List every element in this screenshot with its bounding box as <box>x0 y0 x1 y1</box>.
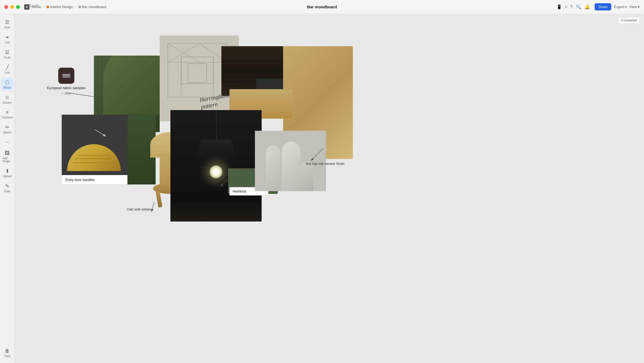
sidebar-item-board[interactable]: ⬡ Board <box>1 77 13 91</box>
project-dot <box>46 6 49 8</box>
fabric-subtitle: 3 cards <box>61 92 71 95</box>
svg-rect-6 <box>188 64 207 82</box>
close-button[interactable] <box>4 5 8 9</box>
page-dot <box>78 6 81 8</box>
oak-table-label: Oak side tables <box>127 207 151 211</box>
vases-image[interactable] <box>255 131 326 191</box>
page-title: Bar moodboard <box>307 5 337 9</box>
titlebar-icons: 📱 0 ? 🔍 🔔 <box>557 4 590 9</box>
view-button[interactable]: View ▾ <box>630 5 640 9</box>
sidebar-item-line[interactable]: ╱ Line <box>1 62 13 76</box>
add-image-icon: 🖼 <box>5 150 10 156</box>
unsorted-badge[interactable]: 0 Unsorted <box>618 17 640 24</box>
search-icon[interactable]: 🔍 <box>576 4 581 9</box>
svg-rect-5 <box>181 57 213 84</box>
fabric-icon <box>58 68 74 84</box>
help-icon[interactable]: ? <box>570 5 573 9</box>
minimize-button[interactable] <box>10 5 14 9</box>
sidebar-item-todo[interactable]: ☱ To-do <box>1 47 13 61</box>
window-controls <box>4 5 20 9</box>
export-chevron-icon: ▾ <box>625 5 627 9</box>
trash-icon: 🗑 <box>5 348 10 354</box>
draw-icon: ✎ <box>5 183 9 189</box>
sidebar-item-trash[interactable]: 🗑 Trash <box>1 346 13 360</box>
board-icon: ⬡ <box>5 79 9 85</box>
column-icon: ⁞⁞ <box>6 95 9 100</box>
export-button[interactable]: Export ▾ <box>614 5 627 9</box>
app-icon: X <box>24 4 30 10</box>
handles-label[interactable]: Entry door handles <box>62 175 133 184</box>
moodboard: European fabric samples 3 cards <box>15 14 644 363</box>
more-icon: ··· <box>5 139 9 145</box>
sidebar-item-sketch[interactable]: ✏ Sketch <box>1 122 13 136</box>
view-chevron-icon: ▾ <box>638 5 640 9</box>
sidebar-item-comment[interactable]: ≡ Comment <box>1 107 13 121</box>
comment-icon: ≡ <box>6 110 9 115</box>
sidebar-item-add-image[interactable]: 🖼 Add Image <box>1 148 13 165</box>
fabric-title: European fabric samples <box>47 86 86 90</box>
link-icon: ⚭ <box>5 34 9 40</box>
sidebar-item-upload[interactable]: ⬆ Upload <box>1 166 13 180</box>
sidebar: ☰ Note ⚭ Link ☱ To-do ╱ Line ⬡ Board ⁞⁞ … <box>0 14 15 363</box>
line-icon: ╱ <box>6 64 9 70</box>
upload-icon: ⬆ <box>5 168 9 174</box>
herringbone-svg <box>165 41 229 100</box>
sidebar-item-draw[interactable]: ✎ Draw <box>1 181 13 195</box>
sidebar-item-link[interactable]: ⚭ Link <box>1 32 13 46</box>
bar-top-label: Bar top oak veneer finish <box>306 162 345 166</box>
titlebar: X Home › Interior Design › Bar moodboard… <box>0 0 644 14</box>
sidebar-item-column[interactable]: ⁞⁞ Column <box>1 92 13 106</box>
bell-icon[interactable]: 🔔 <box>584 4 590 9</box>
share-button[interactable]: Share <box>595 3 612 10</box>
breadcrumb-page[interactable]: Bar moodboard <box>78 5 106 9</box>
titlebar-actions: 📱 0 ? 🔍 🔔 Share Export ▾ View ▾ <box>557 3 640 10</box>
breadcrumb-project[interactable]: Interior Design <box>46 5 73 9</box>
maximize-button[interactable] <box>16 5 20 9</box>
sketch-icon: ✏ <box>5 124 9 130</box>
sidebar-item-note[interactable]: ☰ Note <box>1 17 13 31</box>
device-icon[interactable]: 📱 <box>557 4 562 9</box>
canvas: 0 Unsorted European fabric samples 3 car… <box>15 14 644 363</box>
note-icon: ☰ <box>5 19 9 25</box>
todo-icon: ☱ <box>5 49 9 55</box>
handles-image[interactable]: Texturefor grip <box>62 115 133 176</box>
saved-status: Saved <box>30 4 39 8</box>
sidebar-item-more[interactable]: ··· <box>1 137 13 147</box>
svg-rect-1 <box>168 43 227 97</box>
fabric-card[interactable]: European fabric samples 3 cards <box>47 68 86 95</box>
lamp-image[interactable] <box>170 110 262 222</box>
